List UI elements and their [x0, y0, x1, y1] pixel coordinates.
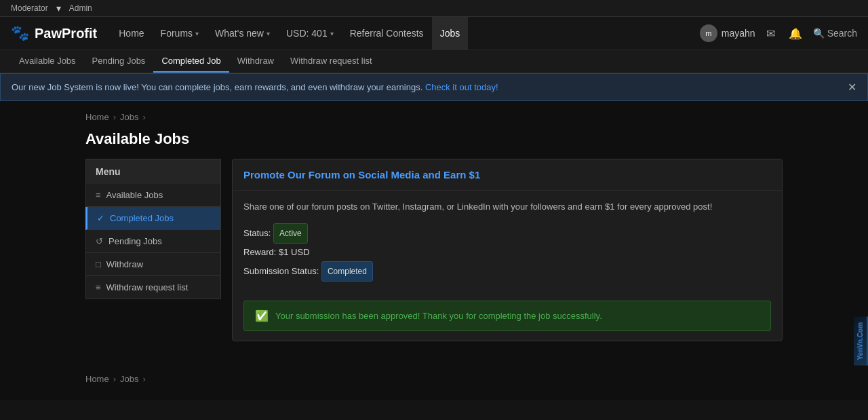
footer-breadcrumb: Home › Jobs › — [85, 374, 783, 384]
job-card-header: Promote Our Forum on Social Media and Ea… — [233, 159, 782, 191]
submission-badge: Completed — [321, 261, 373, 282]
content-area: Home › Jobs › Available Jobs Menu ≡ Avai… — [75, 101, 793, 352]
sidebar: Menu ≡ Available Jobs ✓ Completed Jobs ↺… — [85, 159, 221, 341]
page-title: Available Jobs — [85, 130, 783, 148]
job-description: Share one of our forum posts on Twitter,… — [243, 200, 771, 214]
sub-nav-withdraw[interactable]: Withdraw — [229, 50, 282, 73]
success-message: Your submission has been approved! Thank… — [275, 311, 602, 321]
footer-breadcrumb-sep: › — [113, 374, 116, 384]
job-meta: Status: Active Reward: $1 USD Submission… — [243, 223, 771, 282]
sidebar-available-jobs-label: Available Jobs — [106, 190, 163, 200]
bell-icon[interactable]: 🔔 — [786, 24, 805, 43]
admin-bar-admin[interactable]: Admin — [69, 3, 92, 13]
job-status-row: Status: Active — [243, 223, 771, 244]
nav-usd[interactable]: USD: 401 ▾ — [278, 17, 342, 50]
paw-icon: 🐾 — [11, 24, 29, 42]
nav-home[interactable]: Home — [111, 17, 152, 50]
sub-nav-available-jobs[interactable]: Available Jobs — [11, 50, 84, 73]
banner-close-button[interactable]: ✕ — [848, 81, 856, 94]
sidebar-withdraw-request-label: Withdraw request list — [106, 282, 189, 292]
job-card-body: Share one of our forum posts on Twitter,… — [233, 191, 782, 291]
footer-breadcrumb-area: Home › Jobs › — [75, 366, 793, 400]
submission-status-label: Submission Status: — [243, 266, 319, 276]
nav-user: m mayahn — [700, 24, 755, 42]
job-reward-row: Reward: $1 USD — [243, 244, 771, 261]
avatar: m — [700, 24, 717, 42]
mail-icon[interactable]: ✉ — [764, 24, 778, 43]
announcement-banner: Our new Job System is now live! You can … — [0, 73, 868, 101]
username: mayahn — [722, 28, 755, 39]
check-icon: ✓ — [97, 213, 104, 223]
sub-nav-pending-jobs[interactable]: Pending Jobs — [84, 50, 154, 73]
status-label: Status: — [243, 228, 271, 238]
breadcrumb-jobs[interactable]: Jobs — [120, 112, 138, 122]
chevron-down-icon: ▾ — [330, 30, 334, 37]
main-nav: 🐾 PawProfit Home Forums ▾ What's new ▾ U… — [0, 17, 868, 50]
breadcrumb-home[interactable]: Home — [85, 112, 109, 122]
nav-referral[interactable]: Referral Contests — [342, 17, 432, 50]
chevron-down-icon: ▾ — [195, 30, 199, 37]
breadcrumb: Home › Jobs › — [85, 112, 783, 122]
admin-bar-moderator[interactable]: Moderator — [11, 3, 48, 13]
success-banner: ✅ Your submission has been approved! Tha… — [243, 301, 771, 331]
nav-forums[interactable]: Forums ▾ — [153, 17, 207, 50]
admin-bar-separator: ▾ — [56, 3, 61, 14]
page-layout: Menu ≡ Available Jobs ✓ Completed Jobs ↺… — [85, 159, 783, 341]
withdraw-icon: □ — [96, 259, 101, 269]
sub-nav: Available Jobs Pending Jobs Completed Jo… — [0, 50, 868, 73]
job-submission-row: Submission Status: Completed — [243, 261, 771, 282]
list2-icon: ≡ — [96, 282, 101, 292]
sidebar-item-available-jobs[interactable]: ≡ Available Jobs — [85, 184, 221, 207]
search-label: Search — [827, 28, 857, 39]
reward-label: Reward: $1 USD — [243, 247, 310, 257]
nav-whats-new[interactable]: What's new ▾ — [207, 17, 278, 50]
sidebar-item-pending-jobs[interactable]: ↺ Pending Jobs — [85, 230, 221, 253]
sidebar-item-completed-jobs[interactable]: ✓ Completed Jobs — [85, 207, 221, 230]
list-icon: ≡ — [96, 190, 101, 200]
footer-breadcrumb-jobs[interactable]: Jobs — [120, 374, 138, 384]
clock-icon: ↺ — [96, 236, 103, 246]
nav-right: m mayahn ✉ 🔔 🔍 Search — [700, 24, 857, 43]
main-content: Promote Our Forum on Social Media and Ea… — [232, 159, 783, 341]
sidebar-completed-jobs-label: Completed Jobs — [110, 213, 174, 223]
sidebar-item-withdraw-request[interactable]: ≡ Withdraw request list — [85, 276, 221, 299]
sidebar-item-withdraw[interactable]: □ Withdraw — [85, 253, 221, 276]
admin-bar: Moderator ▾ Admin — [0, 0, 868, 17]
footer-breadcrumb-home[interactable]: Home — [85, 374, 109, 384]
breadcrumb-sep: › — [113, 112, 116, 122]
watermark: YenVn.Com — [854, 317, 868, 366]
banner-link[interactable]: Check it out today! — [425, 82, 498, 92]
sidebar-title: Menu — [85, 159, 221, 184]
success-icon: ✅ — [255, 309, 269, 322]
search-icon: 🔍 — [813, 28, 825, 39]
search-button[interactable]: 🔍 Search — [813, 28, 857, 39]
logo[interactable]: 🐾 PawProfit — [11, 18, 97, 49]
chevron-down-icon: ▾ — [267, 30, 270, 37]
sidebar-withdraw-label: Withdraw — [106, 259, 143, 269]
sub-nav-withdraw-request[interactable]: Withdraw request list — [282, 50, 380, 73]
breadcrumb-sep2: › — [143, 112, 146, 122]
sidebar-pending-jobs-label: Pending Jobs — [108, 236, 162, 246]
logo-text: PawProfit — [35, 26, 97, 41]
nav-jobs[interactable]: Jobs — [432, 17, 469, 50]
footer-main: PawProfitForum.com We helps people make … — [75, 400, 793, 421]
status-badge: Active — [273, 223, 308, 244]
sub-nav-completed-job[interactable]: Completed Job — [153, 50, 229, 73]
footer-breadcrumb-sep2: › — [143, 374, 146, 384]
footer: PawProfitForum.com We helps people make … — [0, 400, 868, 421]
job-card: Promote Our Forum on Social Media and Ea… — [232, 159, 783, 341]
job-title[interactable]: Promote Our Forum on Social Media and Ea… — [243, 169, 480, 180]
nav-items: Home Forums ▾ What's new ▾ USD: 401 ▾ Re… — [111, 17, 700, 50]
banner-text: Our new Job System is now live! You can … — [12, 82, 498, 92]
